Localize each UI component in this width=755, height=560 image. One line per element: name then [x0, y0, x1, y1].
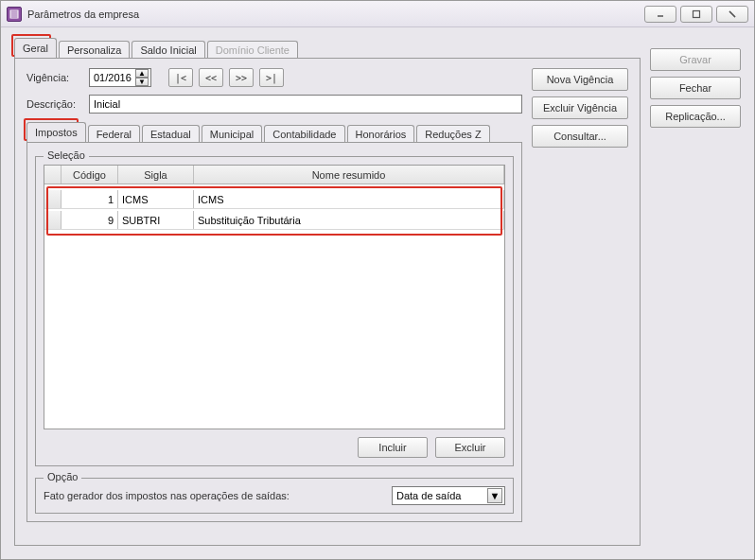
- cell-codigo: 1: [61, 190, 118, 208]
- legend-opcao: Opção: [44, 471, 81, 482]
- client-area: Geral Personaliza Saldo Inicial Domínio …: [1, 27, 754, 559]
- close-button[interactable]: [716, 6, 748, 23]
- replicacao-label: Replicação...: [665, 111, 726, 122]
- tab-personaliza-label: Personaliza: [67, 44, 121, 56]
- table-body: 1 ICMS ICMS 9 SUBTRI Subs: [44, 184, 504, 429]
- row-selector[interactable]: [44, 190, 61, 208]
- incluir-label: Incluir: [378, 442, 406, 453]
- main-column: Geral Personaliza Saldo Inicial Domínio …: [14, 37, 641, 546]
- excluir-vigencia-button[interactable]: Excluir Vigência: [532, 96, 628, 119]
- tab-estadual[interactable]: Estadual: [142, 125, 200, 143]
- vigencia-spin-up[interactable]: ▲: [135, 69, 149, 78]
- row-selector[interactable]: [44, 211, 61, 229]
- excluir-vigencia-label: Excluir Vigência: [543, 102, 617, 114]
- tab-dominio-cliente: Domínio Cliente: [207, 41, 298, 59]
- nav-first-button[interactable]: |<: [168, 68, 193, 87]
- th-nome: Nome resumido: [194, 166, 504, 184]
- tab-honorarios[interactable]: Honorários: [347, 125, 415, 143]
- replicacao-button[interactable]: Replicação...: [650, 105, 741, 128]
- tab-geral-label: Geral: [23, 43, 48, 54]
- cell-codigo: 9: [61, 211, 118, 229]
- window-title: Parâmetros da empresa: [27, 9, 139, 20]
- vigencia-label: Vigência:: [26, 72, 83, 83]
- impostos-table: Código Sigla Nome resumido 1 ICMS: [44, 165, 505, 429]
- cell-sigla: SUBTRI: [118, 211, 194, 229]
- window: Parâmetros da empresa Geral Personaliza …: [0, 0, 755, 560]
- cell-sigla: ICMS: [118, 190, 194, 208]
- tab-impostos-label: Impostos: [35, 127, 78, 138]
- tab-municipal[interactable]: Municipal: [202, 125, 262, 143]
- titlebar: Parâmetros da empresa: [1, 1, 754, 27]
- fato-gerador-value: Data de saída: [396, 490, 462, 501]
- incluir-button[interactable]: Incluir: [358, 437, 428, 458]
- tab-geral[interactable]: Geral: [14, 38, 57, 58]
- descricao-label: Descrição:: [26, 98, 83, 110]
- inner-tabstrip: Impostos Federal Estadual Municipal Cont…: [26, 121, 522, 142]
- fieldset-selecao: Seleção Código Sigla Nome resumido: [35, 156, 514, 466]
- tab-dominio-cliente-label: Domínio Cliente: [216, 44, 290, 56]
- vigencia-value: 01/2016: [94, 72, 132, 83]
- fechar-label: Fechar: [679, 82, 711, 94]
- row-descricao: Descrição: Inicial: [26, 95, 522, 114]
- tab-saldo-inicial-label: Saldo Inicial: [140, 44, 196, 56]
- main-tabstrip: Geral Personaliza Saldo Inicial Domínio …: [14, 37, 641, 58]
- row-vigencia: Vigência: 01/2016 ▲ ▼ |< <<: [26, 68, 522, 87]
- fato-gerador-select[interactable]: Data de saída ▼: [392, 486, 505, 505]
- legend-selecao: Seleção: [44, 149, 89, 161]
- tab-personaliza[interactable]: Personaliza: [59, 41, 130, 59]
- geral-panel: Vigência: 01/2016 ▲ ▼ |< <<: [14, 58, 641, 546]
- fieldset-opcao: Opção Fato gerador dos impostos nas oper…: [35, 478, 514, 514]
- minimize-button[interactable]: [644, 6, 676, 23]
- svg-rect-5: [694, 10, 700, 17]
- tab-saldo-inicial[interactable]: Saldo Inicial: [132, 41, 204, 59]
- side-buttons: Gravar Fechar Replicação...: [650, 37, 741, 546]
- th-sigla: Sigla: [118, 166, 194, 184]
- geral-left: Vigência: 01/2016 ▲ ▼ |< <<: [26, 68, 522, 522]
- opcao-row: Fato gerador dos impostos nas operações …: [44, 486, 505, 505]
- tab-honorarios-label: Honorários: [356, 129, 407, 140]
- vigencia-buttons: Nova Vigência Excluir Vigência Consultar…: [532, 68, 628, 522]
- tab-contabilidade-label: Contabilidade: [272, 129, 336, 140]
- fechar-button[interactable]: Fechar: [650, 77, 741, 99]
- table-header: Código Sigla Nome resumido: [44, 166, 504, 184]
- impostos-panel: Seleção Código Sigla Nome resumido: [26, 142, 522, 522]
- descricao-input[interactable]: Inicial: [89, 95, 522, 114]
- svg-line-7: [729, 11, 735, 17]
- table-row[interactable]: 1 ICMS ICMS: [44, 190, 504, 209]
- nova-vigencia-button[interactable]: Nova Vigência: [532, 68, 628, 91]
- tab-reducoes-z-label: Reduções Z: [425, 129, 481, 140]
- th-selector: [44, 166, 61, 184]
- nova-vigencia-label: Nova Vigência: [547, 74, 614, 85]
- tab-federal[interactable]: Federal: [88, 125, 140, 143]
- consultar-button[interactable]: Consultar...: [532, 125, 628, 148]
- vigencia-spin-down[interactable]: ▼: [135, 78, 149, 86]
- tab-reducoes-z[interactable]: Reduções Z: [416, 125, 489, 143]
- tab-municipal-label: Municipal: [210, 129, 254, 140]
- cell-nome: ICMS: [194, 190, 504, 208]
- th-codigo: Código: [61, 166, 118, 184]
- tab-impostos[interactable]: Impostos: [26, 122, 86, 142]
- tab-federal-label: Federal: [97, 129, 132, 140]
- nav-next-button[interactable]: >>: [229, 68, 254, 87]
- excluir-button[interactable]: Excluir: [435, 437, 505, 458]
- vigencia-spinner: ▲ ▼: [135, 69, 149, 86]
- consultar-label: Consultar...: [553, 131, 606, 142]
- gravar-button[interactable]: Gravar: [650, 48, 741, 71]
- tab-contabilidade[interactable]: Contabilidade: [264, 125, 344, 143]
- descricao-value: Inicial: [94, 98, 120, 110]
- cell-nome: Substituição Tributária: [194, 211, 504, 229]
- gravar-label: Gravar: [679, 54, 711, 65]
- selecao-buttons: Incluir Excluir: [44, 437, 505, 458]
- tab-estadual-label: Estadual: [150, 129, 191, 140]
- geral-top: Vigência: 01/2016 ▲ ▼ |< <<: [26, 68, 628, 522]
- maximize-button[interactable]: [680, 6, 712, 23]
- nav-last-button[interactable]: >|: [259, 68, 284, 87]
- app-icon: [7, 7, 22, 22]
- table-row[interactable]: 9 SUBTRI Substituição Tributária: [44, 211, 504, 230]
- fato-gerador-label: Fato gerador dos impostos nas operações …: [44, 490, 290, 501]
- dropdown-icon[interactable]: ▼: [487, 488, 502, 503]
- excluir-label: Excluir: [454, 442, 485, 453]
- vigencia-input[interactable]: 01/2016 ▲ ▼: [89, 68, 151, 87]
- nav-prev-button[interactable]: <<: [199, 68, 223, 87]
